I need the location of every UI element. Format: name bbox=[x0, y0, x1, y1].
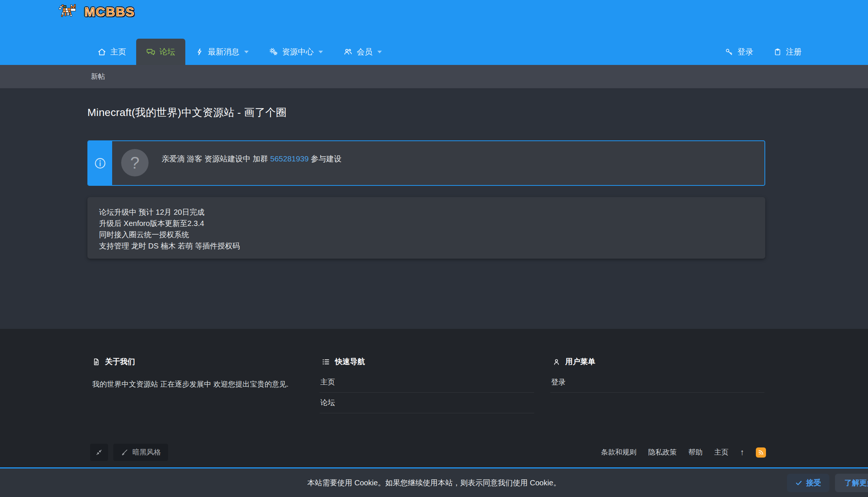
nav-item-latest-news[interactable]: 最新消息 bbox=[185, 39, 259, 65]
question-mark-glyph: ? bbox=[130, 154, 139, 172]
announcement-line: 支持管理 龙时 DS 楠木 若萌 等插件授权码 bbox=[99, 240, 754, 252]
compress-icon bbox=[95, 449, 103, 456]
footer-link-help[interactable]: 帮助 bbox=[688, 447, 703, 457]
site-logo[interactable]: MCBBS bbox=[58, 3, 135, 20]
upgrade-announcement-box: 论坛升级中 预计 12月 20日完成 升级后 Xenforo版本更新至2.3.4… bbox=[87, 197, 765, 259]
brand-wordmark: MCBBS bbox=[84, 5, 135, 19]
nav-item-home[interactable]: 主页 bbox=[87, 39, 136, 65]
user-icon bbox=[553, 358, 560, 366]
guest-avatar[interactable]: ? bbox=[121, 149, 149, 176]
header: MCBBS 主页 论坛 bbox=[0, 0, 868, 65]
footer-link-terms[interactable]: 条款和规则 bbox=[601, 447, 637, 457]
footer-usermenu-links: 登录 bbox=[550, 372, 764, 393]
footer: 关于我们 我的世界中文资源站 正在逐步发展中 欢迎您提出宝贵的意见. 快速导航 … bbox=[0, 329, 868, 467]
announcement-line: 升级后 Xenforo版本更新至2.3.4 bbox=[99, 218, 754, 229]
scroll-top-button[interactable]: ↑ bbox=[740, 447, 744, 457]
footer-link-homepage[interactable]: 主页 bbox=[714, 447, 728, 457]
width-toggle-button[interactable] bbox=[90, 444, 108, 461]
footer-link-forum[interactable]: 论坛 bbox=[320, 393, 534, 413]
notice-text: 亲爱滴 游客 资源站建设中 加群 565281939 参与建设 bbox=[162, 149, 342, 164]
nav-item-forum[interactable]: 论坛 bbox=[136, 39, 185, 65]
rss-button[interactable] bbox=[756, 447, 766, 458]
auth-navigation: 登录 注册 bbox=[715, 39, 812, 65]
cookie-consent-bar: 本站需要使用 Cookie。如果您继续使用本站，则表示同意我们使用 Cookie… bbox=[0, 467, 868, 497]
check-icon bbox=[795, 479, 802, 486]
cookie-message: 本站需要使用 Cookie。如果您继续使用本站，则表示同意我们使用 Cookie… bbox=[307, 478, 561, 488]
pixel-cat-logo-icon bbox=[58, 3, 80, 20]
footer-quicknav-column: 快速导航 主页 论坛 bbox=[320, 357, 534, 413]
subnav-item-new-posts[interactable]: 新帖 bbox=[91, 72, 105, 81]
footer-about-text: 我的世界中文资源站 正在逐步发展中 欢迎您提出宝贵的意见. bbox=[90, 379, 305, 389]
users-icon bbox=[343, 47, 353, 56]
footer-legal-links: 条款和规则 隐私政策 帮助 主页 ↑ bbox=[601, 447, 766, 458]
sub-navigation: 新帖 bbox=[0, 65, 868, 88]
footer-bottom-bar: 暗黑风格 条款和规则 隐私政策 帮助 主页 ↑ bbox=[90, 444, 766, 461]
footer-about-heading: 关于我们 bbox=[90, 357, 305, 367]
info-flag bbox=[88, 141, 112, 185]
chevron-down-icon bbox=[244, 51, 249, 53]
footer-about-column: 关于我们 我的世界中文资源站 正在逐步发展中 欢迎您提出宝贵的意见. bbox=[90, 357, 305, 389]
home-icon bbox=[98, 48, 106, 56]
main-navigation: 主页 论坛 最新消息 bbox=[87, 39, 812, 65]
paintbrush-icon bbox=[120, 449, 128, 456]
footer-link-login[interactable]: 登录 bbox=[550, 372, 764, 393]
cookie-accept-button[interactable]: 接受 bbox=[787, 474, 829, 492]
guest-notice-banner: ? 亲爱滴 游客 资源站建设中 加群 565281939 参与建设 bbox=[87, 140, 765, 186]
notice-body: ? 亲爱滴 游客 资源站建设中 加群 565281939 参与建设 bbox=[112, 141, 764, 185]
nav-item-members[interactable]: 会员 bbox=[333, 39, 392, 65]
footer-usermenu-heading: 用户菜单 bbox=[550, 357, 764, 367]
comments-icon bbox=[146, 47, 155, 56]
chevron-down-icon bbox=[377, 51, 382, 53]
register-button[interactable]: 注册 bbox=[763, 39, 812, 65]
list-icon bbox=[322, 358, 330, 366]
document-icon bbox=[92, 358, 100, 366]
style-chooser-button[interactable]: 暗黑风格 bbox=[113, 444, 168, 461]
nav-item-resource-center[interactable]: 资源中心 bbox=[259, 39, 333, 65]
footer-link-privacy[interactable]: 隐私政策 bbox=[648, 447, 677, 457]
info-icon bbox=[94, 157, 107, 170]
footer-quicknav-links: 主页 论坛 bbox=[320, 372, 534, 413]
announcement-line: 同时接入圈云统一授权系统 bbox=[99, 229, 754, 240]
gears-icon bbox=[269, 47, 278, 56]
cookie-learn-more-button[interactable]: 了解更多 bbox=[835, 474, 868, 492]
main-content: Minecraft(我的世界)中文资源站 - 画了个圈 ? 亲爱滴 游客 资源站… bbox=[0, 88, 868, 329]
page-title: Minecraft(我的世界)中文资源站 - 画了个圈 bbox=[87, 88, 765, 120]
clipboard-icon bbox=[773, 48, 782, 56]
chevron-down-icon bbox=[318, 51, 323, 53]
rss-icon bbox=[758, 449, 764, 456]
footer-usermenu-column: 用户菜单 登录 bbox=[550, 357, 764, 393]
footer-link-home[interactable]: 主页 bbox=[320, 372, 534, 393]
announcement-line: 论坛升级中 预计 12月 20日完成 bbox=[99, 206, 754, 218]
login-button[interactable]: 登录 bbox=[715, 39, 763, 65]
footer-quicknav-heading: 快速导航 bbox=[320, 357, 534, 367]
cookie-actions: 接受 了解更多 bbox=[787, 474, 868, 492]
qq-group-link[interactable]: 565281939 bbox=[270, 154, 309, 163]
key-icon bbox=[725, 48, 733, 56]
bolt-icon bbox=[195, 47, 204, 56]
